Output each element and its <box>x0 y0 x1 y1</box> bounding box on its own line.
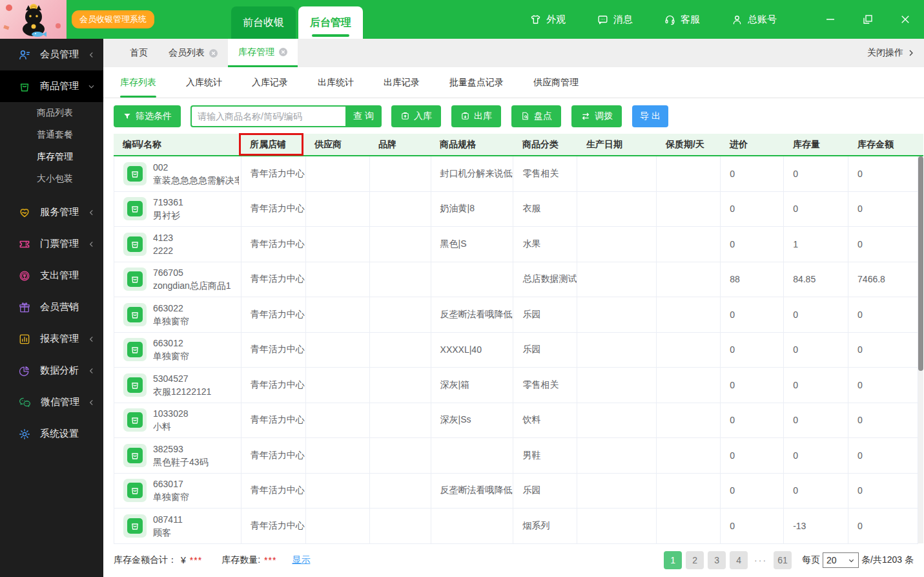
subtab[interactable]: 批量盘点记录 <box>449 67 504 98</box>
page-button[interactable]: 1 <box>664 551 682 569</box>
tab-close-icon[interactable] <box>279 48 287 56</box>
cell-store: 青年活力中心 <box>241 156 306 191</box>
swap-arrows-icon <box>580 111 591 121</box>
cell-stock_amount: 0 <box>848 297 918 332</box>
subtab[interactable]: 库存列表 <box>120 67 156 98</box>
table-column-header[interactable]: 商品分类 <box>513 133 577 156</box>
product-name: 童装急急急急需解决率吞吞 <box>153 174 239 187</box>
sidebar-item-member[interactable]: 会员管理 <box>0 39 103 70</box>
search-input[interactable] <box>190 105 345 127</box>
close-operations-button[interactable]: 关闭操作 <box>867 39 924 67</box>
page-tab[interactable]: 库存管理 <box>228 39 298 67</box>
table-row[interactable]: 719361男衬衫青年活力中心奶油黄|8衣服000 <box>114 192 918 227</box>
cell-store: 青年活力中心 <box>241 333 306 368</box>
toolbar: 筛选条件 查 询 入库 出库 盘点 调拨 导 出 <box>103 98 924 134</box>
topbar-action-account[interactable]: 总账号 <box>731 14 777 26</box>
topbar-action-support[interactable]: 客服 <box>664 14 700 26</box>
page-tab[interactable]: 首页 <box>119 39 158 67</box>
search-button[interactable]: 查 询 <box>345 105 382 127</box>
table-column-header[interactable]: 库存金额 <box>848 133 918 156</box>
sidebar-item-goods[interactable]: 商品管理 <box>0 70 103 102</box>
close-operations-label: 关闭操作 <box>867 47 903 59</box>
sidebar-item-settings[interactable]: 系统设置 <box>0 418 103 450</box>
filter-button-label: 筛选条件 <box>136 110 172 122</box>
vertical-scrollbar[interactable] <box>918 156 923 543</box>
topbar-action-messages[interactable]: 消息 <box>597 14 633 26</box>
table-column-header[interactable]: 品牌 <box>369 133 431 156</box>
sidebar-item-ticket[interactable]: 门票管理 <box>0 228 103 260</box>
sidebar-item-analysis[interactable]: 数据分析 <box>0 355 103 386</box>
subtab[interactable]: 入库统计 <box>186 67 222 98</box>
per-page-select[interactable]: 20 <box>823 552 859 568</box>
page-button[interactable]: 4 <box>730 551 748 569</box>
table-column-header[interactable]: 商品规格 <box>431 133 513 156</box>
cell-purchase_price: 0 <box>721 368 784 403</box>
table-row[interactable]: 663022单独窗帘青年活力中心反垄断法看哦降低风乐园000 <box>114 297 918 333</box>
gear-icon <box>18 428 31 441</box>
sidebar-item-marketing[interactable]: 会员营销 <box>0 291 103 323</box>
cell-spec: 黑色|S <box>431 227 514 262</box>
table-column-header[interactable]: 编码/名称 <box>114 133 241 156</box>
table-row[interactable]: 5304527衣服12122121青年活力中心深灰|箱零售相关000 <box>114 368 918 403</box>
table-column-header[interactable]: 所属店铺 <box>241 133 305 156</box>
table-column-header[interactable]: 进价 <box>721 133 784 156</box>
cell-category: 总店数据测试 <box>513 262 577 297</box>
chevron-left-icon <box>88 240 95 247</box>
main-tab-frontend[interactable]: 前台收银 <box>231 6 296 39</box>
cell-shelf_life_days <box>657 368 721 403</box>
table-column-header[interactable]: 生产日期 <box>577 133 657 156</box>
page-button[interactable]: 61 <box>774 551 792 569</box>
chevron-left-icon <box>88 51 95 58</box>
product-bag-icon <box>123 373 147 397</box>
table-row[interactable]: 663012单独窗帘青年活力中心XXXXL|40乐园000 <box>114 333 918 368</box>
cell-stock_qty: 1 <box>784 227 848 262</box>
tab-close-icon[interactable] <box>209 49 218 58</box>
sidebar-subitem[interactable]: 库存管理 <box>0 146 103 168</box>
table-row[interactable]: 087411顾客青年活力中心烟系列0-130 <box>114 509 918 544</box>
stocktake-button[interactable]: 盘点 <box>511 105 561 127</box>
sidebar-item-service[interactable]: 服务管理 <box>0 196 103 228</box>
restore-button[interactable] <box>859 11 876 28</box>
pie-icon <box>18 364 31 377</box>
table-column-header[interactable]: 保质期/天 <box>657 133 721 156</box>
table-row[interactable]: 766705zongdian总店商品1青年活力中心总店数据测试8884.8574… <box>114 262 918 298</box>
sidebar-item-expense[interactable]: 支出管理 <box>0 260 103 291</box>
table-row[interactable]: 663017单独窗帘青年活力中心反垄断法看哦降低风乐园000 <box>114 474 918 509</box>
table-column-header[interactable]: 库存量 <box>784 133 848 156</box>
sidebar-item-wechat[interactable]: 微信管理 <box>0 386 103 418</box>
show-totals-link[interactable]: 显示 <box>292 554 310 566</box>
page-button[interactable]: 3 <box>708 551 726 569</box>
export-button[interactable]: 导 出 <box>632 105 668 127</box>
minimize-button[interactable] <box>822 11 839 28</box>
stock-out-button[interactable]: 出库 <box>451 105 501 127</box>
topbar-action-appearance[interactable]: 外观 <box>529 14 566 26</box>
main-tab-backend[interactable]: 后台管理 <box>298 6 363 39</box>
table-row[interactable]: 002童装急急急急需解决率吞吞青年活力中心封口机分解来说低价零售相关000 <box>114 156 918 192</box>
subtab[interactable]: 入库记录 <box>252 67 288 98</box>
cell-store: 青年活力中心 <box>241 403 306 438</box>
table-row[interactable]: 1033028小料青年活力中心深灰|Ss饮料000 <box>114 403 918 439</box>
stock-in-button[interactable]: 入库 <box>391 105 441 127</box>
subtab[interactable]: 出库统计 <box>318 67 354 98</box>
cell-supplier <box>306 156 370 191</box>
scrollbar-thumb[interactable] <box>918 156 923 371</box>
cell-supplier <box>306 227 370 262</box>
table-row[interactable]: 41232222青年活力中心黑色|S水果010 <box>114 227 918 262</box>
close-button[interactable] <box>897 11 914 28</box>
table-row[interactable]: 382593黑色鞋子43码青年活力中心男鞋000 <box>114 438 918 474</box>
transfer-button[interactable]: 调拨 <box>571 105 622 127</box>
page-tab[interactable]: 会员列表 <box>158 39 228 67</box>
cell-shelf_life_days <box>657 227 721 262</box>
cell-production_date <box>577 297 657 332</box>
sidebar-item-report[interactable]: 报表管理 <box>0 323 103 355</box>
sidebar-subitem[interactable]: 大小包装 <box>0 168 103 190</box>
filter-button[interactable]: 筛选条件 <box>114 105 181 127</box>
subtab[interactable]: 出库记录 <box>384 67 420 98</box>
chevron-right-icon <box>907 49 915 57</box>
sidebar-subitem[interactable]: 商品列表 <box>0 102 103 124</box>
sidebar-subitem[interactable]: 普通套餐 <box>0 124 103 146</box>
table-column-header[interactable]: 供应商 <box>305 133 369 156</box>
page-button[interactable]: 2 <box>686 551 704 569</box>
currency-symbol: ¥ <box>181 555 186 565</box>
subtab[interactable]: 供应商管理 <box>533 67 579 98</box>
